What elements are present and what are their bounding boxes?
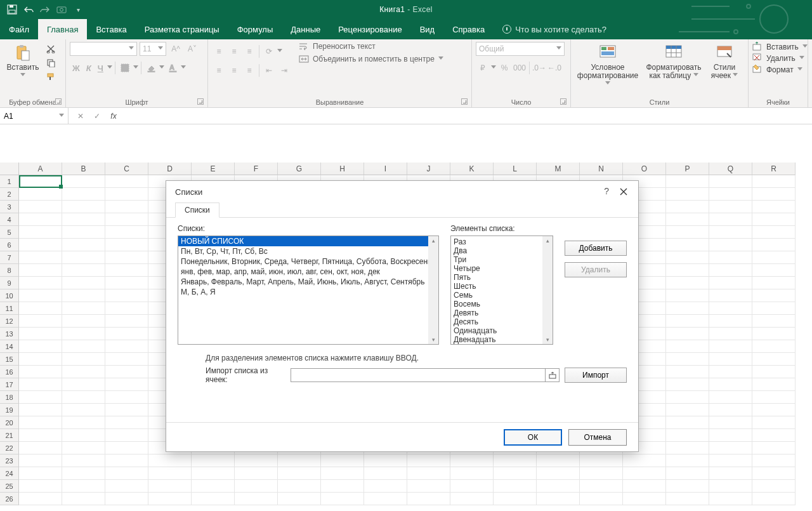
row-header[interactable]: 3: [0, 201, 19, 213]
cell[interactable]: [494, 467, 537, 480]
cell[interactable]: [709, 315, 752, 328]
cell[interactable]: [752, 467, 796, 480]
row-header[interactable]: 7: [0, 251, 19, 264]
align-left-icon[interactable]: ≡: [212, 63, 226, 77]
dialog-launcher-icon[interactable]: [197, 98, 204, 105]
cell[interactable]: [666, 289, 709, 302]
cell[interactable]: [105, 328, 148, 340]
delete-button[interactable]: Удалить: [565, 262, 627, 277]
row-header[interactable]: 26: [0, 493, 19, 505]
cell[interactable]: [62, 264, 105, 277]
cell[interactable]: [62, 366, 105, 378]
format-as-table-button[interactable]: Форматировать как таблицу: [643, 42, 704, 83]
font-name-combo[interactable]: [70, 42, 137, 56]
cell[interactable]: [709, 391, 752, 404]
cell[interactable]: [752, 442, 796, 455]
cell[interactable]: [19, 175, 62, 188]
cell[interactable]: [105, 493, 148, 505]
cell[interactable]: [105, 378, 148, 391]
row-header[interactable]: 2: [0, 188, 19, 201]
list-entries-box[interactable]: Раз Два Три Четыре Пять Шесть Семь Восем…: [450, 236, 553, 345]
delete-cells-button[interactable]: Удалить: [752, 53, 808, 63]
cell[interactable]: [19, 353, 62, 366]
cell[interactable]: [580, 493, 623, 505]
tell-me[interactable]: Что вы хотите сделать?: [494, 19, 615, 39]
column-header[interactable]: E: [192, 163, 235, 175]
cell[interactable]: [752, 188, 796, 201]
cell[interactable]: [450, 480, 494, 493]
column-header[interactable]: A: [19, 163, 62, 175]
redo-icon[interactable]: [39, 4, 51, 15]
increase-font-icon[interactable]: A^: [169, 42, 183, 56]
column-header[interactable]: D: [148, 163, 192, 175]
dialog-launcher-icon[interactable]: [55, 98, 62, 105]
cell[interactable]: [494, 480, 537, 493]
cell[interactable]: [62, 239, 105, 251]
cell[interactable]: [494, 455, 537, 467]
row-header[interactable]: 21: [0, 429, 19, 442]
cell[interactable]: [148, 467, 192, 480]
copy-icon[interactable]: [44, 57, 57, 69]
cell[interactable]: [62, 467, 105, 480]
row-header[interactable]: 17: [0, 378, 19, 391]
cell[interactable]: [62, 455, 105, 467]
cell[interactable]: [407, 455, 450, 467]
cell[interactable]: [192, 467, 235, 480]
cell[interactable]: [19, 302, 62, 315]
cell[interactable]: [235, 493, 278, 505]
cell[interactable]: [62, 175, 105, 188]
save-icon[interactable]: [6, 4, 18, 15]
cell[interactable]: [752, 353, 796, 366]
cell[interactable]: [537, 480, 580, 493]
column-header[interactable]: Q: [709, 163, 752, 175]
cell[interactable]: [19, 442, 62, 455]
cell[interactable]: [364, 480, 407, 493]
row-header[interactable]: 4: [0, 213, 19, 226]
custom-lists-box[interactable]: НОВЫЙ СПИСОКПн, Вт, Ср, Чт, Пт, Сб, ВсПо…: [178, 236, 439, 345]
cell[interactable]: [666, 302, 709, 315]
cell[interactable]: [666, 328, 709, 340]
cell[interactable]: [407, 467, 450, 480]
cell[interactable]: [62, 213, 105, 226]
cell[interactable]: [709, 366, 752, 378]
cell[interactable]: [709, 239, 752, 251]
increase-indent-icon[interactable]: ⇥: [277, 63, 291, 77]
close-icon[interactable]: [617, 185, 631, 199]
cell[interactable]: [62, 302, 105, 315]
conditional-formatting-button[interactable]: Условное форматирование: [575, 42, 641, 91]
cell[interactable]: [105, 455, 148, 467]
cell[interactable]: [62, 391, 105, 404]
column-header[interactable]: M: [537, 163, 580, 175]
cell[interactable]: [666, 404, 709, 416]
cell[interactable]: [62, 188, 105, 201]
scroll-up-icon[interactable]: ▴: [429, 236, 438, 245]
cell[interactable]: [19, 289, 62, 302]
cancel-button[interactable]: Отмена: [568, 429, 627, 446]
wrap-text-button[interactable]: Переносить текст: [299, 42, 443, 51]
cell[interactable]: [105, 340, 148, 353]
fill-color-icon[interactable]: [144, 61, 158, 75]
import-button[interactable]: Импорт: [565, 368, 627, 383]
cell[interactable]: [752, 493, 796, 505]
cell[interactable]: [148, 480, 192, 493]
cell[interactable]: [192, 455, 235, 467]
cell[interactable]: [19, 455, 62, 467]
cell[interactable]: [62, 315, 105, 328]
cell[interactable]: [62, 480, 105, 493]
cell[interactable]: [752, 429, 796, 442]
cell[interactable]: [450, 467, 494, 480]
column-header[interactable]: H: [321, 163, 364, 175]
cell[interactable]: [494, 493, 537, 505]
cell[interactable]: [105, 416, 148, 429]
cell[interactable]: [278, 455, 321, 467]
cell[interactable]: [666, 467, 709, 480]
cell[interactable]: [666, 277, 709, 289]
cell[interactable]: [666, 480, 709, 493]
cell[interactable]: [19, 328, 62, 340]
cell[interactable]: [752, 480, 796, 493]
tab-file[interactable]: Файл: [0, 19, 38, 39]
row-header[interactable]: 5: [0, 226, 19, 239]
cell[interactable]: [364, 493, 407, 505]
select-all-corner[interactable]: [0, 163, 19, 175]
cell[interactable]: [623, 455, 666, 467]
